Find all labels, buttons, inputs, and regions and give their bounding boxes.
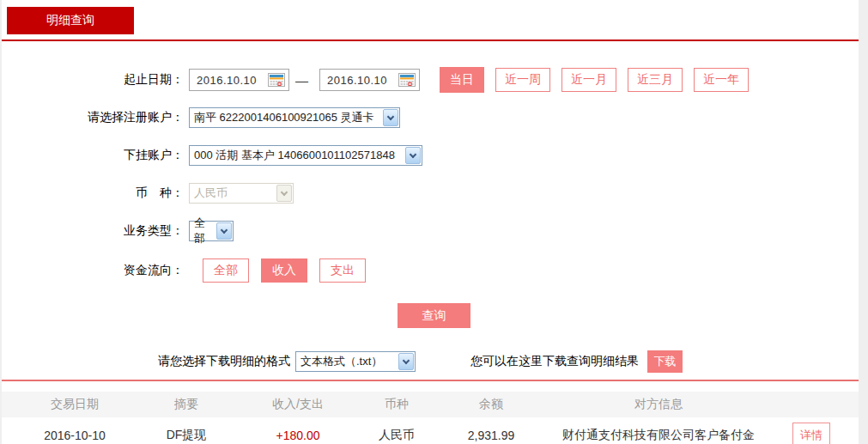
fund-flow-buttons: 全部 收入 支出: [191, 258, 366, 283]
tab-bar: 明细查询: [2, 7, 859, 41]
tab-label: 明细查询: [46, 13, 94, 28]
query-button[interactable]: 查询: [398, 303, 470, 328]
date-range-row: 起止日期： —: [2, 67, 859, 93]
end-date-field: [319, 69, 420, 91]
business-type-row: 业务类型： 全部: [2, 221, 859, 241]
date-range-separator: —: [295, 73, 308, 88]
chevron-down-icon: [383, 109, 398, 126]
header-summary: 摘要: [148, 397, 225, 412]
tab-detail-query[interactable]: 明细查询: [7, 7, 134, 34]
last-month-button[interactable]: 近一月: [561, 68, 616, 92]
registered-account-value: 南平 6222001406100921065 灵通卡: [194, 110, 374, 125]
sub-account-value: 000 活期 基本户 1406600101102571848: [194, 148, 395, 163]
date-range-label: 起止日期：: [2, 72, 184, 88]
header-counterparty: 对方信息: [560, 397, 757, 412]
currency-row: 币 种： 人民币: [2, 183, 859, 204]
table-header-row: 交易日期 摘要 收入/支出 币种 余额 对方信息: [2, 392, 859, 417]
business-type-label: 业务类型：: [2, 223, 184, 239]
chevron-down-icon: [276, 185, 292, 202]
sub-account-row: 下挂账户： 000 活期 基本户 1406600101102571848: [2, 145, 859, 166]
chevron-down-icon: [216, 222, 232, 240]
registered-account-label: 请选择注册账户：: [2, 110, 184, 125]
quick-range-buttons: 当日 近一周 近一月 近三月 近一年: [428, 67, 749, 93]
start-date-input[interactable]: [197, 74, 260, 87]
flow-income-button[interactable]: 收入: [261, 258, 307, 283]
start-date-field: [189, 69, 289, 91]
main-panel: 明细查询 起止日期：: [2, 0, 859, 444]
cell-trade-date: 2016-10-10: [2, 429, 148, 442]
fund-flow-row: 资金流向： 全部 收入 支出: [2, 258, 859, 283]
detail-button[interactable]: 详情: [792, 423, 830, 444]
results-table: 交易日期 摘要 收入/支出 币种 余额 对方信息 2016-10-10 DF提现…: [2, 392, 859, 444]
download-format-value: 文本格式（.txt）: [300, 354, 382, 369]
sub-account-label: 下挂账户：: [2, 148, 184, 163]
header-trade-date: 交易日期: [2, 397, 148, 412]
download-row: 请您选择下载明细的格式 文本格式（.txt） 您可以在这里下载查询明细结果 下载: [2, 350, 859, 373]
divider: [2, 380, 859, 381]
header-currency: 币种: [371, 397, 422, 412]
cell-summary: DF提现: [148, 428, 225, 443]
page-background: 明细查询 起止日期：: [0, 0, 868, 444]
header-income-expense: 收入/支出: [225, 397, 371, 412]
business-type-select[interactable]: 全部: [189, 221, 234, 241]
last-week-button[interactable]: 近一周: [495, 68, 550, 92]
currency-value: 人民币: [194, 186, 228, 201]
sub-account-select[interactable]: 000 活期 基本户 1406600101102571848: [189, 145, 422, 166]
calendar-icon[interactable]: [268, 73, 285, 87]
chevron-down-icon: [398, 353, 414, 370]
query-form: 起止日期： —: [2, 41, 859, 373]
today-button[interactable]: 当日: [440, 67, 484, 93]
registered-account-row: 请选择注册账户： 南平 6222001406100921065 灵通卡: [2, 107, 859, 128]
currency-select: 人民币: [189, 183, 294, 204]
download-format-label: 请您选择下载明细的格式: [158, 354, 290, 369]
cell-amount: +180.00: [225, 429, 371, 442]
registered-account-select[interactable]: 南平 6222001406100921065 灵通卡: [189, 107, 400, 128]
calendar-icon[interactable]: [398, 73, 416, 87]
query-row: 查询: [2, 303, 859, 328]
end-date-input[interactable]: [327, 74, 391, 87]
currency-label: 币 种：: [2, 186, 184, 201]
header-balance: 余额: [422, 397, 560, 412]
chevron-down-icon: [405, 147, 421, 164]
table-row: 2016-10-10 DF提现 +180.00 人民币 2,931.99 财付通…: [2, 417, 859, 444]
download-format-select[interactable]: 文本格式（.txt）: [295, 351, 416, 372]
business-type-value: 全部: [194, 216, 211, 246]
last-3-months-button[interactable]: 近三月: [628, 68, 683, 92]
flow-all-button[interactable]: 全部: [203, 258, 249, 283]
fund-flow-label: 资金流向：: [2, 263, 184, 278]
cell-currency: 人民币: [371, 428, 422, 443]
download-hint: 您可以在这里下载查询明细结果: [470, 354, 639, 369]
flow-expense-button[interactable]: 支出: [319, 258, 366, 283]
cell-counterparty: 财付通支付科技有限公司客户备付金: [560, 428, 757, 443]
cell-balance: 2,931.99: [422, 429, 560, 442]
download-button[interactable]: 下载: [647, 350, 683, 373]
last-year-button[interactable]: 近一年: [694, 68, 749, 92]
